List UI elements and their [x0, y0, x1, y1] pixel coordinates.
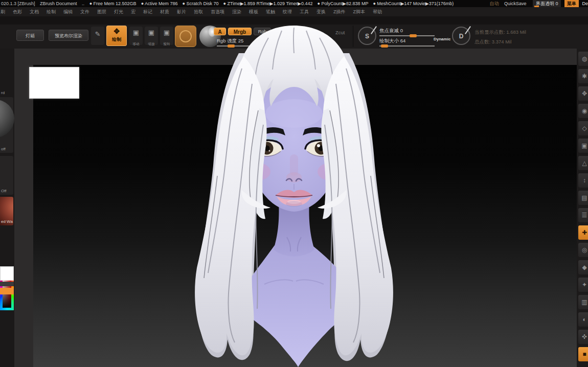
menu-item[interactable]: 模板 — [249, 9, 258, 15]
shelf-glyph-icon: ▥ — [581, 299, 587, 306]
right-shelf-icon[interactable]: ↕ — [578, 173, 588, 188]
points-total-label: 总点数: 3.374 Mil — [474, 39, 511, 45]
title-bar: 020.1.3 [ZBrush] ZBrush Document .. ● Fr… — [0, 0, 588, 7]
shelf-glyph-icon: ■ — [582, 351, 586, 358]
shelf-glyph-icon: ◐ — [582, 316, 586, 323]
menu-item[interactable]: 首选项 — [211, 9, 224, 15]
texture-tile[interactable]: Off — [0, 156, 13, 195]
draw-mode-button[interactable]: ✥ 绘制 — [106, 26, 127, 46]
shelf-glyph-icon: ✱ — [582, 73, 587, 80]
shelf-glyph-icon: ☰ — [582, 212, 587, 219]
right-shelf-icon[interactable]: ◇ — [578, 121, 588, 135]
right-shelf: ◍ ✱ ✥ ◉ ◇ ▣ △ ↕ ▤ ☰ — [577, 49, 588, 367]
menu-item[interactable]: Z插件 — [333, 9, 346, 15]
menu-item[interactable]: 刷 — [1, 9, 5, 15]
orange-swatch[interactable] — [0, 288, 14, 294]
menu-item[interactable]: 工具 — [300, 9, 309, 15]
shelf-glyph-icon: ✥ — [582, 90, 587, 97]
menu-item[interactable]: 材质 — [160, 9, 169, 15]
shelf-glyph-icon: ✜ — [582, 333, 587, 340]
shelf-glyph-icon: ◆ — [582, 264, 586, 271]
menu-item[interactable]: 帮助 — [373, 9, 382, 15]
clipped-right-label: De — [582, 1, 588, 6]
menu-item[interactable]: 影片 — [177, 9, 186, 15]
menu-item[interactable]: 拾取 — [194, 9, 203, 15]
shelf-glyph-icon: ◍ — [582, 55, 587, 62]
left-tray: rd off Off ed Wa — [0, 49, 14, 367]
move-arrows-icon: ✥ — [107, 26, 126, 36]
right-shelf-icon[interactable]: △ — [578, 156, 588, 170]
menu-item[interactable]: 文件 — [80, 9, 89, 15]
right-shelf-icon[interactable]: ▣ — [578, 139, 588, 153]
right-shelf-icon[interactable]: ✦ — [578, 278, 588, 292]
menu-item[interactable]: 宏 — [131, 9, 135, 15]
chin-shadow — [286, 201, 302, 207]
shelf-glyph-icon: ↕ — [583, 177, 586, 184]
secondary-swatch[interactable] — [0, 282, 14, 286]
rotate-icon: ▣ — [164, 29, 170, 36]
memory-stats: ● Free Mem 12.502GB● Active Mem 786● Scr… — [89, 0, 459, 7]
menu-item[interactable]: 笔触 — [266, 9, 275, 15]
stat-item: ● ZTime▶1.859 RTime▶1.029 Timer▶0.442 — [223, 1, 313, 6]
menu-item[interactable]: 变换 — [316, 9, 326, 15]
right-shelf-icon[interactable]: ◆ — [578, 260, 588, 274]
menu-item[interactable]: 编辑 — [63, 9, 73, 15]
dynamic-label: Dynamic — [434, 37, 450, 41]
edit-mode-button[interactable]: ✎ — [91, 27, 104, 45]
menu-gap — [0, 16, 588, 25]
shelf-glyph-icon: ▤ — [581, 194, 587, 201]
rotate-button[interactable]: ▣旋转 — [160, 27, 173, 45]
shelf-glyph-icon: ◎ — [582, 246, 587, 254]
material-tile[interactable]: ed Wa — [0, 197, 13, 225]
move-button[interactable]: ▣移动 — [129, 27, 143, 45]
slider-handle[interactable] — [410, 34, 417, 37]
menu-item[interactable]: 纹理 — [283, 9, 292, 15]
right-shelf-icon[interactable]: ◐ — [578, 312, 588, 327]
dynamic-mode-button[interactable]: D — [452, 27, 470, 45]
right-shelf-icon[interactable]: ◉ — [578, 104, 588, 118]
menu-bar: 刷色彩文档绘制编辑文件图层灯光宏标记材质影片拾取首选项渲染模板笔触纹理工具变换Z… — [0, 7, 588, 16]
title-separator: .. — [82, 0, 84, 7]
menu-item[interactable]: 灯光 — [114, 9, 123, 15]
right-shelf-icon[interactable]: ▥ — [578, 295, 588, 309]
main-color-swatch[interactable] — [0, 266, 14, 281]
live-boolean-button[interactable]: 预览布尔渲染 — [49, 30, 88, 41]
menu-item[interactable]: Z脚本 — [353, 9, 366, 15]
shelf-glyph-icon: △ — [582, 159, 586, 167]
stat-item: ● Free Mem 12.502GB — [89, 1, 137, 6]
ui-transparency-slider[interactable]: 界面透明 0 — [533, 0, 561, 7]
auto-label: 自动 — [489, 1, 499, 6]
right-shelf-icon[interactable]: ✥ — [578, 86, 588, 101]
right-shelf-icon[interactable]: ◎ — [578, 243, 588, 257]
right-shelf-icon[interactable]: ■ — [578, 347, 588, 361]
brush-label: rd — [1, 90, 5, 95]
right-shelf-icon[interactable]: ☰ — [578, 208, 588, 222]
right-shelf-icon[interactable]: ✱ — [578, 69, 588, 83]
edit-icon: ✎ — [95, 30, 101, 38]
document-title: ZBrush Document — [40, 0, 77, 7]
menus-button[interactable]: 菜单 — [564, 0, 579, 7]
shelf-glyph-icon: ✦ — [582, 281, 587, 288]
menu-item[interactable]: 标记 — [143, 9, 152, 15]
scale-button[interactable]: ▣缩放 — [145, 27, 158, 45]
app-version-label: 020.1.3 [ZBrush] — [1, 0, 35, 7]
stat-item: ● Scratch Disk 70 — [183, 1, 219, 6]
sculpt-model[interactable] — [182, 22, 406, 367]
menu-item[interactable]: 渲染 — [232, 9, 241, 15]
quicksave-button[interactable]: QuickSave — [504, 1, 527, 6]
points-current-label: 当前显示点数: 1.683 Mil — [474, 29, 526, 36]
right-shelf-icon[interactable]: ✚ — [578, 225, 588, 240]
menu-item[interactable]: 绘制 — [47, 9, 56, 15]
scale-icon: ▣ — [148, 29, 154, 36]
menu-item[interactable]: 色彩 — [13, 9, 22, 15]
shelf-glyph-icon: ▣ — [581, 142, 587, 149]
model-svg — [182, 22, 406, 367]
right-shelf-icon[interactable]: ✜ — [578, 330, 588, 344]
right-shelf-icon[interactable]: ▤ — [578, 191, 588, 205]
lightbox-button[interactable]: 灯箱 — [16, 30, 44, 41]
menu-item[interactable]: 文档 — [30, 9, 39, 15]
shelf-glyph-icon: ✚ — [582, 229, 587, 236]
menu-item[interactable]: 图层 — [97, 9, 106, 15]
right-shelf-icon[interactable]: ◍ — [578, 52, 588, 66]
forehead-highlight — [265, 99, 323, 128]
